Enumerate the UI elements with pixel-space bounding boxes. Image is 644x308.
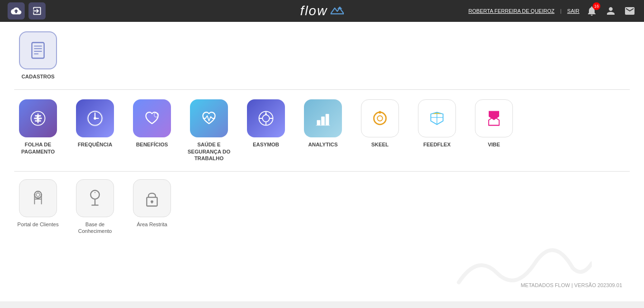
folha-label: FOLHA DEPAGAMENTO <box>21 141 55 155</box>
svg-rect-2 <box>32 43 44 58</box>
app-item-vibe[interactable]: VIBE <box>470 99 518 148</box>
analytics-label: ANALYTICS <box>308 141 338 148</box>
exit-button[interactable] <box>28 2 46 19</box>
other-apps-grid: Portal de Clientes Base deConhecimento <box>14 179 630 235</box>
header-right: ROBERTA FERREIRA DE QUEIROZ | SAIR 16 <box>468 4 636 18</box>
cadastros-icon <box>19 31 57 69</box>
footer-version: METADADOS FLOW | VERSÃO 202309.01 <box>521 282 622 288</box>
restrita-label: Área Restrita <box>137 221 167 228</box>
svg-point-39 <box>35 192 42 199</box>
app-item-cadastros[interactable]: CADASTROS <box>14 31 62 80</box>
beneficios-icon <box>133 99 171 137</box>
cadastros-icon-svg <box>28 40 48 61</box>
cloud-upload-button[interactable] <box>8 2 25 19</box>
app-item-analytics[interactable]: ANALYTICS <box>299 99 347 148</box>
section-main-apps: $ FOLHA DEPAGAMENTO FREQUÊNCIA <box>14 97 630 172</box>
mail-button[interactable] <box>623 4 636 18</box>
header-logo: flow <box>300 3 344 19</box>
notifications-button[interactable]: 16 <box>585 4 598 18</box>
portal-icon <box>19 179 57 217</box>
svg-point-48 <box>91 191 99 199</box>
app-header: flow ROBERTA FERREIRA DE QUEIROZ | SAIR … <box>0 0 644 22</box>
logo-text: flow <box>300 3 328 19</box>
base-label: Base deConhecimento <box>78 221 112 235</box>
section-other-apps: Portal de Clientes Base deConhecimento <box>14 179 630 235</box>
easymob-icon <box>247 99 285 137</box>
frequencia-label: FREQUÊNCIA <box>78 141 113 148</box>
beneficios-label: BENEFÍCIOS <box>136 141 168 148</box>
logo-icon <box>331 6 344 16</box>
vibe-icon <box>475 99 513 137</box>
svg-marker-0 <box>331 8 344 14</box>
vibe-label: VIBE <box>488 141 500 148</box>
app-item-saude[interactable]: SAÚDE ESEGURANÇA DOTRABALHO <box>185 99 233 162</box>
svg-point-29 <box>379 111 381 114</box>
svg-point-27 <box>374 112 386 125</box>
easymob-label: EASYMOB <box>253 141 279 148</box>
app-item-frequencia[interactable]: FREQUÊNCIA <box>71 99 119 148</box>
app-item-skeel[interactable]: SKEEL <box>356 99 404 148</box>
sair-link[interactable]: SAIR <box>567 8 579 14</box>
base-icon <box>76 179 114 217</box>
analytics-icon <box>304 99 342 137</box>
svg-point-43 <box>36 193 39 196</box>
svg-point-17 <box>263 115 270 122</box>
app-item-easymob[interactable]: EASYMOB <box>242 99 290 148</box>
svg-marker-1 <box>337 6 342 9</box>
saude-icon <box>190 99 228 137</box>
svg-text:$: $ <box>36 115 39 122</box>
skeel-label: SKEEL <box>371 141 389 148</box>
app-item-portal[interactable]: Portal de Clientes <box>14 179 62 228</box>
svg-rect-24 <box>321 117 324 125</box>
svg-rect-25 <box>326 114 329 125</box>
header-separator: | <box>560 8 561 14</box>
svg-point-22 <box>265 113 267 115</box>
app-item-feedflex[interactable]: FEEDFLEX <box>413 99 461 148</box>
feedflex-icon <box>418 99 456 137</box>
app-item-beneficios[interactable]: BENEFÍCIOS <box>128 99 176 148</box>
restrita-icon <box>133 179 171 217</box>
frequencia-icon <box>76 99 114 137</box>
feedflex-label: FEEDFLEX <box>423 141 450 148</box>
header-left <box>8 2 46 19</box>
main-content: CADASTROS $ FOLHA DEPAGAMENTO <box>0 22 644 301</box>
svg-rect-23 <box>317 120 320 125</box>
app-item-base[interactable]: Base deConhecimento <box>71 179 119 235</box>
profile-button[interactable] <box>604 4 617 18</box>
skeel-icon <box>361 99 399 137</box>
app-item-folha[interactable]: $ FOLHA DEPAGAMENTO <box>14 99 62 155</box>
folha-icon: $ <box>19 99 57 137</box>
cadastros-grid: CADASTROS <box>14 31 630 80</box>
portal-label: Portal de Clientes <box>18 221 59 228</box>
user-name-link[interactable]: ROBERTA FERREIRA DE QUEIROZ <box>468 8 554 14</box>
watermark-area: METADADOS FLOW | VERSÃO 202309.01 <box>14 235 630 292</box>
section-cadastros: CADASTROS <box>14 31 630 90</box>
svg-point-28 <box>378 116 383 121</box>
cadastros-label: CADASTROS <box>21 73 55 80</box>
app-item-restrita[interactable]: Área Restrita <box>128 179 176 228</box>
main-apps-grid: $ FOLHA DEPAGAMENTO FREQUÊNCIA <box>14 99 630 162</box>
notification-badge: 16 <box>593 2 600 10</box>
saude-label: SAÚDE ESEGURANÇA DOTRABALHO <box>188 141 230 162</box>
